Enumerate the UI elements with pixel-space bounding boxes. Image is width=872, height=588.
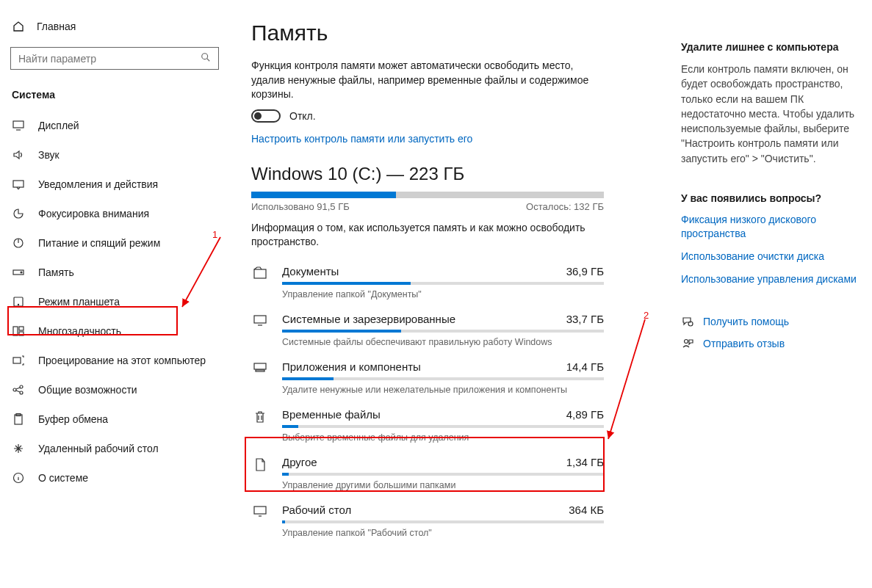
- category-desktop[interactable]: Рабочий стол364 КБ Управление папкой "Ра…: [251, 499, 604, 547]
- sidebar-item-shared[interactable]: Общие возможности: [0, 375, 229, 404]
- sidebar-item-label: Память: [38, 266, 74, 278]
- toggle-label: Откл.: [289, 110, 316, 122]
- svg-rect-19: [254, 316, 266, 323]
- svg-rect-11: [13, 357, 21, 363]
- home-icon: [12, 21, 25, 32]
- svg-rect-21: [256, 370, 264, 371]
- svg-rect-9: [19, 327, 24, 330]
- get-help-link[interactable]: Получить помощь: [681, 316, 863, 327]
- sidebar-item-tablet[interactable]: Режим планшета: [0, 287, 229, 316]
- search-input[interactable]: [10, 47, 219, 70]
- trash-icon: [251, 408, 269, 424]
- sidebar-item-storage[interactable]: Память: [0, 258, 229, 287]
- notifications-icon: [12, 179, 25, 189]
- right-pane: Удалите лишнее с компьютера Если контрол…: [681, 0, 872, 588]
- sidebar-item-projecting[interactable]: Проецирование на этот компьютер: [0, 346, 229, 375]
- category-name: Системные и зарезервированные: [282, 313, 455, 325]
- category-name: Приложения и компоненты: [282, 360, 421, 373]
- drive-usage-bar: [251, 192, 604, 198]
- sidebar-item-remote[interactable]: Удаленный рабочий стол: [0, 434, 229, 463]
- sidebar-item-label: О системе: [38, 472, 88, 484]
- sound-icon: [12, 150, 25, 160]
- category-apps[interactable]: Приложения и компоненты14,4 ГБ Удалите н…: [251, 356, 604, 404]
- sidebar-item-power[interactable]: Питание и спящий режим: [0, 228, 229, 258]
- help-link-low-disk[interactable]: Фиксация низкого дискового пространства: [681, 213, 863, 241]
- about-icon: [12, 472, 25, 484]
- feedback-icon: [681, 338, 694, 349]
- category-system[interactable]: Системные и зарезервированные33,7 ГБ Сис…: [251, 308, 604, 356]
- category-sub: Удалите ненужные или нежелательные прило…: [282, 385, 604, 395]
- svg-point-5: [21, 272, 22, 273]
- sidebar-item-notifications[interactable]: Уведомления и действия: [0, 170, 229, 199]
- drive-used-label: Использовано 91,5 ГБ: [251, 201, 350, 212]
- sidebar-item-label: Режим планшета: [38, 296, 120, 308]
- svg-point-7: [18, 304, 18, 305]
- category-name: Другое: [282, 456, 317, 468]
- sidebar-item-label: Общие возможности: [38, 384, 137, 396]
- sidebar-item-label: Уведомления и действия: [38, 178, 158, 190]
- tablet-icon: [12, 297, 25, 307]
- svg-point-0: [202, 54, 208, 59]
- focus-icon: [12, 208, 25, 219]
- apps-icon: [251, 360, 269, 372]
- multitask-icon: [12, 326, 25, 336]
- drive-info: Информация о том, как используется памят…: [251, 221, 597, 249]
- category-sub: Управление другими большими папками: [282, 480, 604, 490]
- category-size: 14,4 ГБ: [566, 360, 604, 373]
- category-sub: Управление папкой "Документы": [282, 289, 604, 300]
- sidebar-item-sound[interactable]: Звук: [0, 140, 229, 170]
- remote-icon: [12, 443, 25, 454]
- sidebar-item-about[interactable]: О системе: [0, 463, 229, 493]
- main-content: Память Функция контроля памяти может авт…: [229, 0, 681, 588]
- search-field[interactable]: [18, 53, 182, 65]
- storage-sense-toggle-row: Откл.: [251, 109, 659, 123]
- home-link[interactable]: Главная: [0, 15, 229, 38]
- search-icon: [201, 52, 211, 65]
- sidebar-item-multitask[interactable]: Многозадачность: [0, 316, 229, 346]
- category-size: 33,7 ГБ: [566, 313, 604, 325]
- category-temp[interactable]: Временные файлы4,89 ГБ Выберите временны…: [251, 404, 604, 451]
- other-icon: [251, 456, 269, 472]
- drive-usage-labels: Использовано 91,5 ГБ Осталось: 132 ГБ: [251, 201, 604, 212]
- help-chat-icon: [681, 316, 694, 327]
- storage-sense-toggle[interactable]: [251, 109, 281, 123]
- drive-free-label: Осталось: 132 ГБ: [526, 201, 604, 212]
- svg-point-12: [13, 388, 16, 391]
- category-other[interactable]: Другое1,34 ГБ Управление другими большим…: [251, 451, 604, 499]
- sidebar-item-clipboard[interactable]: Буфер обмена: [0, 404, 229, 434]
- feedback-link[interactable]: Отправить отзыв: [681, 338, 863, 349]
- sidebar-item-label: Проецирование на этот компьютер: [38, 355, 206, 366]
- sidebar: Главная Система Дисплей Звук Уведомления…: [0, 0, 229, 588]
- category-sub: Управление папкой "Рабочий стол": [282, 528, 604, 538]
- info-heading: Удалите лишнее с компьютера: [681, 41, 863, 53]
- sidebar-item-label: Питание и спящий режим: [38, 237, 160, 249]
- sidebar-item-label: Фокусировка внимания: [38, 208, 149, 219]
- category-documents[interactable]: Документы36,9 ГБ Управление папкой "Доку…: [251, 261, 604, 308]
- category-name: Рабочий стол: [282, 504, 351, 516]
- storage-sense-description: Функция контроля памяти может автоматиче…: [251, 59, 597, 102]
- category-size: 4,89 ГБ: [566, 408, 604, 421]
- category-sub: Выберите временные файлы для удаления: [282, 432, 604, 443]
- section-header: Система: [0, 81, 229, 111]
- help-link-cleanup[interactable]: Использование очистки диска: [681, 250, 863, 264]
- svg-rect-20: [254, 363, 266, 369]
- clipboard-icon: [12, 413, 25, 425]
- shared-icon: [12, 384, 25, 396]
- help-heading: У вас появились вопросы?: [681, 192, 863, 204]
- help-link-diskmgmt[interactable]: Использование управления дисками: [681, 272, 863, 286]
- projecting-icon: [12, 355, 25, 366]
- sidebar-item-display[interactable]: Дисплей: [0, 111, 229, 140]
- page-title: Память: [251, 21, 659, 46]
- get-help-label: Получить помощь: [703, 316, 789, 327]
- category-size: 364 КБ: [569, 504, 604, 516]
- sidebar-item-label: Удаленный рабочий стол: [38, 443, 159, 454]
- documents-icon: [251, 265, 269, 280]
- configure-storage-sense-link[interactable]: Настроить контроль памяти или запустить …: [251, 133, 472, 145]
- power-icon: [12, 237, 25, 249]
- sidebar-item-focus[interactable]: Фокусировка внимания: [0, 199, 229, 228]
- svg-point-24: [685, 339, 688, 343]
- category-sub: Системные файлы обеспечивают правильную …: [282, 337, 604, 347]
- svg-rect-18: [254, 269, 266, 278]
- desktop-icon: [251, 504, 269, 517]
- sidebar-item-label: Многозадачность: [38, 325, 121, 337]
